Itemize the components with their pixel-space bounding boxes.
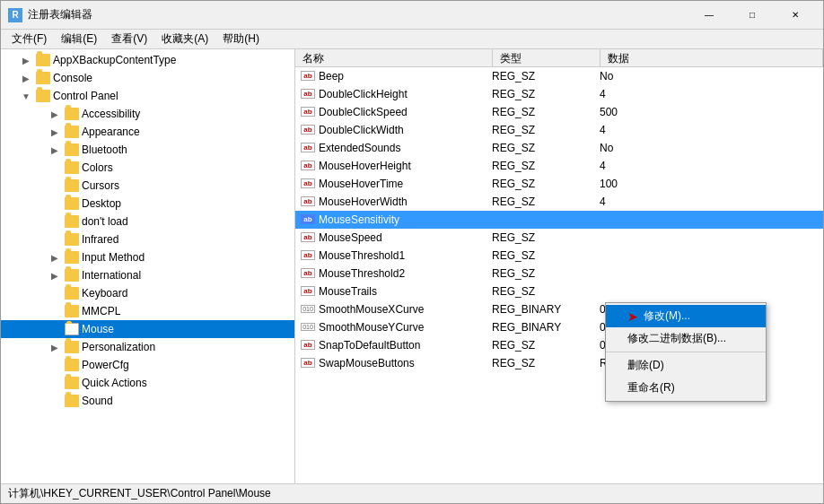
- menu-edit[interactable]: 编辑(E): [54, 30, 104, 48]
- reg-row-mousehoverwidth[interactable]: ab MouseHoverWidth REG_SZ 4: [295, 193, 823, 211]
- ctx-modify-label: 修改(M)...: [644, 308, 690, 324]
- reg-row-extendedsounds[interactable]: ab ExtendedSounds REG_SZ No: [295, 139, 823, 157]
- reg-row-beep[interactable]: ab Beep REG_SZ No: [295, 67, 823, 85]
- ctx-item-modify-binary[interactable]: 修改二进制数据(B)...: [606, 327, 766, 350]
- reg-row-mousethreshold1[interactable]: ab MouseThreshold1 REG_SZ: [295, 247, 823, 265]
- tree-item-mouse[interactable]: ▶ Mouse: [1, 320, 294, 338]
- reg-row-mousesensitivity[interactable]: ab MouseSensitivity: [295, 211, 823, 229]
- tree-item-personalization[interactable]: ▶ Personalization: [1, 338, 294, 356]
- arrow-icon: ➤: [627, 309, 638, 324]
- ab-icon: ab: [299, 105, 317, 119]
- folder-icon: [65, 197, 79, 210]
- expander-icon: ▶: [48, 250, 62, 265]
- tree-item-colors[interactable]: ▶ Colors: [1, 159, 294, 177]
- folder-icon: [36, 54, 50, 66]
- folder-icon: [65, 287, 79, 300]
- tree-item-label: Control Panel: [53, 90, 118, 102]
- tree-item-mmcpl[interactable]: ▶ MMCPL: [1, 302, 294, 320]
- reg-row-mousespeed[interactable]: ab MouseSpeed REG_SZ: [295, 229, 823, 247]
- tree-item-desktop[interactable]: ▶ Desktop: [1, 195, 294, 213]
- reg-row-mousethreshold2[interactable]: ab MouseThreshold2 REG_SZ: [295, 265, 823, 282]
- window-title: 注册表编辑器: [28, 7, 688, 22]
- reg-type: REG_SZ: [492, 124, 600, 136]
- maximize-button[interactable]: □: [732, 1, 773, 30]
- tree-item-infrared[interactable]: ▶ Infrared: [1, 230, 294, 248]
- ctx-item-rename[interactable]: 重命名(R): [606, 377, 766, 399]
- tree-item-label: Colors: [82, 161, 113, 174]
- folder-icon: [65, 179, 79, 192]
- tree-item-quick-actions[interactable]: ▶ Quick Actions: [1, 374, 294, 392]
- ctx-item-modify[interactable]: ➤ 修改(M)...: [606, 305, 766, 327]
- tree-item-input-method[interactable]: ▶ Input Method: [1, 248, 294, 266]
- expander-icon: ▶: [48, 125, 62, 139]
- tree-item-dontload[interactable]: ▶ don't load: [1, 213, 294, 230]
- tree-item-bluetooth[interactable]: ▶ Bluetooth: [1, 141, 294, 159]
- tree-item-appearance[interactable]: ▶ Appearance: [1, 123, 294, 141]
- ctx-separator: [606, 352, 766, 352]
- folder-icon: [65, 251, 79, 264]
- tree-item-label: Keyboard: [82, 287, 127, 300]
- menu-file[interactable]: 文件(F): [4, 30, 54, 48]
- tree-item-label: Cursors: [82, 179, 119, 192]
- ab-icon: ab: [299, 284, 317, 299]
- reg-row-doubleclickspeed[interactable]: ab DoubleClickSpeed REG_SZ 500: [295, 103, 823, 121]
- tree-item-appxbackup[interactable]: ▶ AppXBackupContentType: [1, 51, 294, 69]
- expander-icon: ▶: [48, 340, 62, 354]
- tree-item-international[interactable]: ▶ International: [1, 266, 294, 284]
- folder-icon: [65, 305, 79, 317]
- ab-icon: ab: [299, 266, 317, 281]
- reg-row-mousehovertime[interactable]: ab MouseHoverTime REG_SZ 100: [295, 175, 823, 193]
- ab-icon: ab: [299, 87, 317, 101]
- tree-item-keyboard[interactable]: ▶ Keyboard: [1, 284, 294, 302]
- folder-icon: [36, 72, 50, 84]
- reg-name: SnapToDefaultButton: [317, 339, 492, 352]
- folder-icon: [65, 233, 79, 246]
- reg-row-doubleclickheight[interactable]: ab DoubleClickHeight REG_SZ 4: [295, 85, 823, 103]
- reg-row-mousetrails[interactable]: ab MouseTrails REG_SZ: [295, 282, 823, 300]
- tree-view[interactable]: ▶ AppXBackupContentType ▶ Console ▼ Cont…: [1, 49, 294, 483]
- menu-favorites[interactable]: 收藏夹(A): [154, 30, 215, 48]
- tree-item-accessibility[interactable]: ▶ Accessibility: [1, 105, 294, 123]
- col-header-name: 名称: [295, 49, 493, 66]
- tree-item-sound[interactable]: ▶ Sound: [1, 392, 294, 410]
- ctx-item-delete[interactable]: 删除(D): [606, 354, 766, 377]
- main-content: ▶ AppXBackupContentType ▶ Console ▼ Cont…: [1, 49, 823, 483]
- ab-icon: ab: [299, 213, 317, 227]
- reg-type: REG_SZ: [492, 231, 600, 244]
- title-bar: R 注册表编辑器 — □ ✕: [1, 1, 823, 30]
- reg-row-doubleclickwidth[interactable]: ab DoubleClickWidth REG_SZ 4: [295, 121, 823, 139]
- folder-icon: [65, 359, 79, 371]
- close-button[interactable]: ✕: [775, 1, 816, 30]
- reg-name: MouseThreshold2: [317, 267, 492, 280]
- reg-name: SwapMouseButtons: [317, 357, 492, 369]
- tree-item-control-panel[interactable]: ▼ Control Panel: [1, 87, 294, 105]
- folder-icon: [65, 126, 79, 138]
- tree-item-label: Quick Actions: [82, 377, 147, 389]
- reg-name: DoubleClickWidth: [317, 124, 492, 136]
- reg-data: No: [600, 142, 823, 154]
- registry-list[interactable]: ab Beep REG_SZ No ab DoubleClickHeight R…: [295, 67, 823, 483]
- ab-icon: ab: [299, 177, 317, 191]
- reg-name: MouseTrails: [317, 285, 492, 298]
- folder-icon: [65, 377, 79, 389]
- ab-icon: ab: [299, 356, 317, 370]
- folder-icon: [65, 341, 79, 353]
- reg-type: REG_SZ: [492, 357, 600, 369]
- reg-name: MouseSpeed: [317, 231, 492, 244]
- minimize-button[interactable]: —: [688, 1, 730, 30]
- folder-icon: [65, 395, 79, 407]
- tree-item-label: Appearance: [82, 126, 140, 138]
- status-bar: 计算机\HKEY_CURRENT_USER\Control Panel\Mous…: [1, 483, 823, 503]
- reg-type: REG_SZ: [492, 267, 600, 280]
- menu-view[interactable]: 查看(V): [104, 30, 154, 48]
- tree-item-powercfg[interactable]: ▶ PowerCfg: [1, 356, 294, 374]
- tree-item-console[interactable]: ▶ Console: [1, 69, 294, 87]
- menu-help[interactable]: 帮助(H): [215, 30, 267, 48]
- reg-row-mousehoverheight[interactable]: ab MouseHoverHeight REG_SZ 4: [295, 157, 823, 175]
- reg-type: REG_SZ: [492, 70, 600, 83]
- reg-type: REG_BINARY: [492, 303, 600, 316]
- reg-name: MouseHoverWidth: [317, 196, 492, 208]
- main-window: R 注册表编辑器 — □ ✕ 文件(F) 编辑(E) 查看(V) 收藏夹(A) …: [0, 0, 824, 504]
- tree-item-cursors[interactable]: ▶ Cursors: [1, 177, 294, 195]
- reg-data: 4: [600, 88, 823, 100]
